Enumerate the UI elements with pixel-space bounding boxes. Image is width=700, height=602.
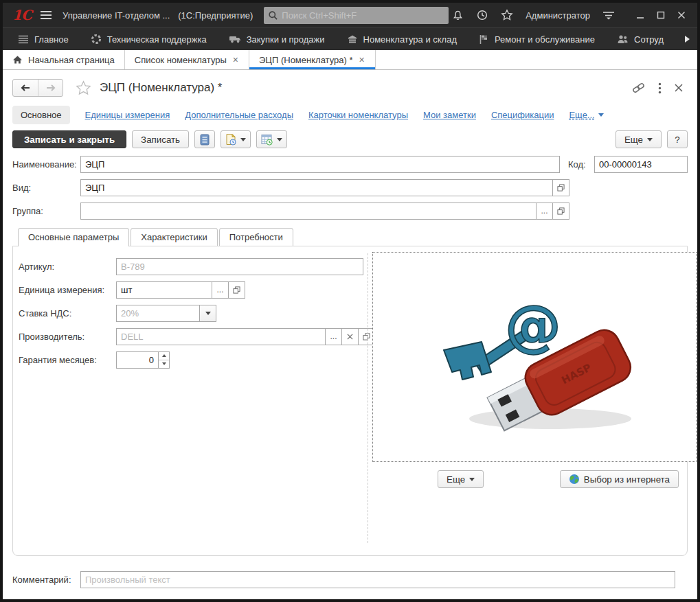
nav-link-notes[interactable]: Мои заметки [423,110,476,120]
more-button-label: Еще [624,135,643,145]
group-input[interactable] [80,202,537,220]
code-input[interactable] [594,156,688,173]
minimize-icon[interactable] [631,6,649,24]
get-link-icon[interactable] [631,82,646,94]
tab-close-icon[interactable]: × [359,55,365,65]
menu-item-repair-service[interactable]: Ремонт и обслуживание [469,28,605,50]
tab-home[interactable]: Начальная страница [3,50,125,69]
menu-item-tech-support[interactable]: Техническая поддержка [81,28,216,50]
nav-link-cards[interactable]: Карточки номенклатуры [308,110,408,120]
manufacturer-input[interactable] [116,328,326,345]
menu-item-label: Главное [34,34,69,45]
open-value-icon[interactable] [553,179,569,196]
service-menu-icon[interactable] [600,6,618,24]
unit-input[interactable] [116,281,212,299]
params-panel: Артикул: Единица измерения: ... [12,246,688,556]
vat-input[interactable] [116,305,200,322]
picture-more-button[interactable]: Еще [438,470,484,488]
choose-ellipsis-button[interactable]: ... [537,202,553,220]
main-menu-icon[interactable] [38,6,54,24]
maximize-icon[interactable] [652,6,670,24]
toolbar-right: Еще ? [616,130,688,148]
help-button[interactable]: ? [667,130,688,148]
tab-ecp-nomenclature[interactable]: ЭЦП (Номенклатура) * × [249,50,376,69]
chevron-down-icon [240,138,246,141]
tab-characteristics[interactable]: Характеристики [131,228,217,246]
warranty-input[interactable] [116,351,159,369]
choose-ellipsis-button[interactable]: ... [326,328,342,345]
ecp-form: ЭЦП (Номенклатура) * Основное Единицы из… [3,70,697,599]
subsystems-menu: Главное Техническая поддержка Закупки и … [3,27,697,50]
app-window: 1С Управление IT-отделом ... (1С:Предпри… [0,0,700,602]
current-user[interactable]: Администратор [526,10,590,21]
menu-item-glavnoe[interactable]: Главное [8,28,78,50]
favorites-star-icon[interactable] [498,6,516,24]
vat-label: Ставка НДС: [19,308,116,319]
save-close-button[interactable]: Записать и закрыть [12,130,126,148]
group-field-row: Группа: ... [12,199,688,222]
product-image[interactable]: @ HASP [372,252,697,462]
save-button[interactable]: Записать [132,130,189,148]
tab-main-params[interactable]: Основные параметры [18,228,129,246]
nav-link-specs[interactable]: Спецификации [491,110,554,120]
vat-dropdown-button[interactable] [200,305,216,322]
chevron-down-icon [647,138,653,141]
tab-label: Начальная страница [28,55,115,65]
history-icon[interactable] [473,6,491,24]
nav-link-more[interactable]: Еще... [569,110,603,120]
notifications-bell-icon[interactable] [449,6,466,24]
checkered-flag-icon [479,34,489,45]
menu-item-employees[interactable]: Сотруд [607,28,673,50]
nav-link-extra-costs[interactable]: Дополнительные расходы [185,110,293,120]
form-toolbar: Записать и закрыть Записать Еще ? [12,126,688,152]
choose-ellipsis-button[interactable]: ... [212,281,229,299]
article-input[interactable] [116,258,363,275]
vat-input-group [116,305,216,322]
back-arrow-icon[interactable] [13,80,38,96]
tab-close-icon[interactable]: × [232,55,239,65]
tab-nomenclature-list[interactable]: Список номенклатуры × [125,50,249,69]
warranty-label: Гарантия месяцев: [19,355,116,365]
kind-input[interactable] [80,179,553,196]
internet-select-button[interactable]: Выбор из интернета [560,470,679,488]
favorite-star-icon[interactable] [76,80,91,95]
open-value-icon[interactable] [553,202,569,220]
close-window-icon[interactable] [673,6,690,24]
structure-list-button[interactable] [194,130,215,148]
menu-item-label: Закупки и продажи [247,34,325,45]
manufacturer-label: Производитель: [19,332,116,342]
menu-item-purchases-sales[interactable]: Закупки и продажи [219,28,335,50]
open-value-icon[interactable] [229,281,245,299]
chevron-down-icon [277,138,282,141]
history-nav-group [12,79,63,97]
tab-needs[interactable]: Потребности [219,228,293,246]
search-input[interactable] [282,10,444,21]
group-input-group: ... [80,202,569,220]
nav-more-label: Еще... [569,110,594,120]
spinner-down-icon[interactable] [159,360,169,368]
reports-table-button[interactable] [256,130,287,148]
tab-label: Список номенклатуры [135,55,227,65]
nav-link-units[interactable]: Единицы измерения [85,110,170,120]
nav-link-main[interactable]: Основное [12,106,70,124]
title-bar: 1С Управление IT-отделом ... (1С:Предпри… [3,3,697,27]
picture-column: @ HASP [368,252,697,548]
platform-name: (1С:Предприятие) [178,10,253,21]
clear-x-icon[interactable] [342,328,359,345]
home-icon [12,55,23,65]
global-search[interactable] [264,7,449,24]
warranty-spinner [159,351,170,369]
menu-overflow-arrow-icon[interactable] [682,35,692,43]
comment-input[interactable] [80,571,675,588]
params-tabs: Основные параметры Характеристики Потреб… [12,227,688,246]
params-group: Основные параметры Характеристики Потреб… [12,227,688,556]
menu-item-nomenclature-warehouse[interactable]: Номенклатура и склад [337,28,466,50]
forward-arrow-icon[interactable] [38,80,63,96]
attached-files-button[interactable] [221,130,251,148]
more-dots-icon[interactable] [658,82,662,94]
close-form-icon[interactable] [674,83,684,93]
name-input[interactable] [80,156,560,173]
spinner-up-icon[interactable] [159,352,169,360]
chevron-down-icon [598,113,604,117]
more-button[interactable]: Еще [616,130,662,148]
